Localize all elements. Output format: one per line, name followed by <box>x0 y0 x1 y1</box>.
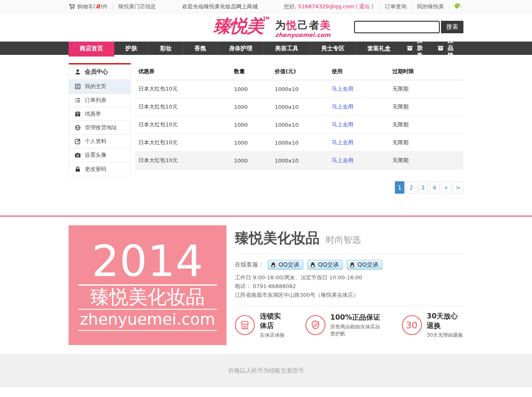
coupon-name: 日本大红包10元 <box>135 152 231 170</box>
use-coupon-link[interactable]: 马上去用 <box>332 121 353 128</box>
table-row: 日本大红包10元10001000x10马上去用无限期 <box>135 152 463 170</box>
coupon-expiry: 无限期 <box>389 116 463 134</box>
nav-item-6[interactable]: 男士专区 <box>310 42 356 55</box>
sidebar-items: 我的主页订单列表优惠券管理收货地址个人资料设置头像更改密码 <box>69 80 131 176</box>
feature-icon-circle <box>305 315 325 335</box>
cart-label-prefix: 购物车( <box>77 3 96 10</box>
sidebar-item-4[interactable]: 个人资料 <box>69 135 131 148</box>
qq-chat-button[interactable]: QQ交谈 <box>307 260 343 270</box>
feature-0: 连锁实体店实体店体验 <box>235 311 288 339</box>
coupons-table: 优惠券数量价值(元)使用过期时限 日本大红包10元10001000x10马上去用… <box>135 63 463 170</box>
coupon-expiry: 无限期 <box>389 152 463 170</box>
search-bar: 搜索 <box>354 21 463 33</box>
coupon-column-header: 价值(元) <box>271 63 328 80</box>
nav-filter-0[interactable]: 按肤质 <box>402 37 433 59</box>
nav-item-5[interactable]: 美容工具 <box>264 42 310 55</box>
nav-filter-label: 按肤质 <box>417 37 428 59</box>
feature-text: 连锁实体店实体店体验 <box>260 311 288 339</box>
slogan-site: zhenyuemei.com <box>275 32 331 38</box>
feature-text: 100%正品保证所售商品都由实体店品质护航 <box>330 313 384 338</box>
pagination-page[interactable]: 3 <box>418 181 428 194</box>
my-account-link[interactable]: 我的臻悦美 <box>417 3 444 10</box>
logo-tm: TM <box>263 16 269 20</box>
divider <box>235 306 463 306</box>
use-coupon-link[interactable]: 马上去用 <box>332 86 353 92</box>
list-icon <box>74 97 81 104</box>
sidebar-item-0[interactable]: 我的主页 <box>69 80 131 94</box>
coupon-expiry: 无限期 <box>389 80 463 98</box>
divider <box>379 4 380 9</box>
qq-buttons: QQ交谈QQ交谈QQ交谈 <box>268 260 382 270</box>
nav-item-1[interactable]: 护肤 <box>114 42 148 55</box>
nav-item-2[interactable]: 彩妆 <box>148 42 183 55</box>
search-button[interactable]: 搜索 <box>441 21 463 33</box>
search-input[interactable] <box>354 21 440 33</box>
user-email-link[interactable]: 516874329@qq.com <box>298 3 355 10</box>
slogan-char: 者 <box>309 19 320 31</box>
pagination-page[interactable]: 2 <box>406 181 416 194</box>
cart-count: 0 <box>96 3 100 10</box>
coupon-qty: 1000 <box>231 134 271 152</box>
promo-brand: 臻悦美化妆品 <box>78 286 217 310</box>
coupon-header-row: 优惠券数量价值(元)使用过期时限 <box>135 63 463 80</box>
coupon-action-cell: 马上去用 <box>328 134 389 152</box>
feature-title: 连锁实体店 <box>260 311 288 330</box>
greeting-text: 您好, <box>284 3 296 10</box>
slogan-char: 为 <box>275 19 286 31</box>
nav-filter-1[interactable]: 按品牌 <box>433 37 463 59</box>
coupon-qty: 1000 <box>231 80 271 98</box>
order-query-link[interactable]: 订单查询 <box>385 3 406 10</box>
edit-icon <box>74 138 81 145</box>
feature-icon-circle <box>235 315 255 335</box>
pagination-page[interactable]: » <box>441 181 451 194</box>
sidebar-item-2[interactable]: 优惠券 <box>69 107 131 121</box>
store-info-link[interactable]: 臻悦美门店信息 <box>118 3 156 10</box>
page-footer: Copyright 2014 © 西湖区臻悦美化妆品营销中心 版权所有。赣ICP… <box>69 387 463 397</box>
slogan: 为悦己者美 <box>275 20 331 31</box>
feature-1: 100%正品保证所售商品都由实体店品质护航 <box>305 313 384 338</box>
coupon-expiry: 无限期 <box>389 134 463 152</box>
work-hours: 工作日 9:00-18:00/周末、法定节假日 10:00-16:00 <box>235 274 463 282</box>
site-logo[interactable]: 臻悦美TM 为悦己者美 zhenyuemei.com <box>213 17 331 38</box>
coupon-action-cell: 马上去用 <box>328 116 389 134</box>
qq-chat-button[interactable]: QQ交谈 <box>268 260 303 270</box>
logo-text: 臻悦美TM <box>213 17 269 36</box>
feature-title: 30天放心退换 <box>427 311 463 330</box>
nav-item-3[interactable]: 香氛 <box>183 42 217 55</box>
main-nav: 商店首页护肤彩妆香氛身体护理美容工具男士专区套装礼盒 按肤质按品牌 <box>0 42 532 55</box>
qq-chat-label: QQ交谈 <box>278 261 299 269</box>
qq-chat-button[interactable]: QQ交谈 <box>347 260 382 270</box>
table-row: 日本大红包10元10001000x10马上去用无限期 <box>135 134 463 152</box>
coupon-action-cell: 马上去用 <box>328 152 389 170</box>
use-coupon-link[interactable]: 马上去用 <box>332 139 353 145</box>
logout-link[interactable]: 退出 <box>359 3 370 10</box>
sidebar-item-6[interactable]: 更改密码 <box>69 162 131 176</box>
sidebar-item-label: 更改密码 <box>85 165 106 173</box>
cart-link[interactable]: 购物车(0)件 <box>77 3 108 10</box>
table-row: 日本大红包10元10001000x10马上去用无限期 <box>135 98 463 116</box>
nav-items: 商店首页护肤彩妆香氛身体护理美容工具男士专区套装礼盒 <box>69 42 402 57</box>
user-icon <box>74 69 81 75</box>
use-coupon-link[interactable]: 马上去用 <box>332 157 353 163</box>
nav-item-4[interactable]: 身体护理 <box>217 42 264 55</box>
coupon-qty: 1000 <box>231 152 271 170</box>
qq-penguin-icon <box>349 262 355 268</box>
box-icon <box>406 45 413 52</box>
journal-icon <box>74 83 81 90</box>
promo-year: 2014 <box>78 239 217 286</box>
wechat-icon[interactable] <box>454 3 463 10</box>
coupon-value: 1000x10 <box>271 134 328 152</box>
lock-icon <box>74 166 81 173</box>
nav-item-0[interactable]: 商店首页 <box>69 42 114 57</box>
pagination-page[interactable]: > <box>453 181 463 194</box>
pagination-page[interactable]: 4 <box>430 181 439 194</box>
nav-filters: 按肤质按品牌 <box>402 42 463 55</box>
use-coupon-link[interactable]: 马上去用 <box>332 104 353 110</box>
nav-item-7[interactable]: 套装礼盒 <box>356 42 402 55</box>
camera-icon <box>74 152 81 158</box>
feature-desc: 所售商品都由实体店品质护航 <box>330 323 384 338</box>
sidebar-item-5[interactable]: 设置头像 <box>69 148 131 162</box>
sidebar-item-3[interactable]: 管理收货地址 <box>69 121 131 135</box>
pagination-page[interactable]: 1 <box>395 181 404 194</box>
sidebar-item-1[interactable]: 订单列表 <box>69 94 131 107</box>
